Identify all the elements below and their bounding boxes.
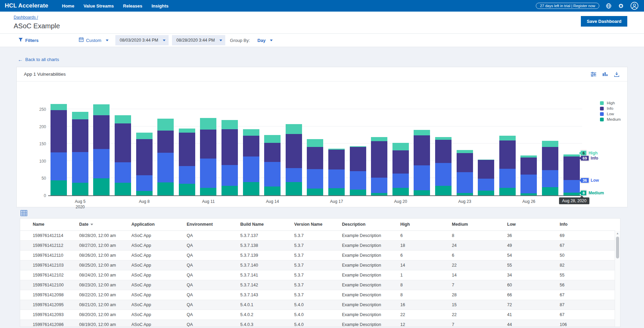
bar-segment-medium[interactable]	[542, 187, 558, 195]
table-view-icon[interactable]	[20, 210, 27, 216]
bar-segment-medium[interactable]	[563, 193, 580, 195]
bar-segment-low[interactable]	[157, 153, 174, 182]
bar-segment-low[interactable]	[51, 152, 67, 181]
bar-segment-high[interactable]	[72, 112, 88, 119]
column-header-high[interactable]: High	[400, 219, 452, 230]
bar-segment-low[interactable]	[435, 163, 452, 186]
table-row[interactable]: 159976141210208/24/20, 12:00 amASoC AppQ…	[20, 270, 615, 280]
column-header-low[interactable]: Low	[507, 219, 560, 230]
table-row[interactable]: 159976141211408/28/20, 12:00 amASoC AppQ…	[20, 230, 615, 240]
bar-segment-medium[interactable]	[243, 182, 259, 195]
bar-segment-info[interactable]	[115, 123, 131, 162]
bar-segment-medium[interactable]	[457, 193, 473, 195]
column-header-version-name[interactable]: Version Name	[294, 219, 342, 230]
gear-icon[interactable]	[618, 3, 624, 9]
bar-aug-17[interactable]	[326, 105, 347, 195]
bar-segment-low[interactable]	[520, 175, 537, 193]
bar-segment-info[interactable]	[179, 133, 195, 166]
bar-segment-low[interactable]	[392, 174, 409, 188]
date-range-preset-dropdown[interactable]: Custom	[79, 37, 109, 43]
nav-item-insights[interactable]: Insights	[152, 3, 169, 9]
bar-segment-info[interactable]	[392, 150, 409, 174]
bar-segment-medium[interactable]	[520, 193, 537, 195]
bar-segment-high[interactable]	[200, 118, 216, 129]
bar-segment-low[interactable]	[136, 175, 153, 191]
column-header-build-name[interactable]: Build Name	[240, 219, 294, 230]
bar-aug-25[interactable]	[497, 105, 518, 195]
bar-segment-medium[interactable]	[179, 184, 195, 195]
bar-segment-medium[interactable]	[392, 188, 409, 195]
bar-aug-9[interactable]	[155, 105, 176, 195]
date-end-input[interactable]: 08/28/2020 3:44 PM	[172, 35, 225, 45]
table-vertical-scrollbar[interactable]: ▲	[615, 231, 620, 327]
user-avatar-icon[interactable]	[630, 2, 639, 10]
bar-segment-info[interactable]	[414, 135, 430, 165]
bar-segment-low[interactable]	[371, 178, 387, 193]
bar-segment-info[interactable]	[371, 141, 387, 178]
bar-segment-high[interactable]	[542, 141, 558, 147]
column-header-medium[interactable]: Medium	[452, 219, 507, 230]
bar-segment-medium[interactable]	[414, 190, 430, 195]
bar-segment-high[interactable]	[243, 129, 259, 136]
legend-item-info[interactable]: Info	[600, 106, 621, 110]
bar-aug-21[interactable]	[411, 105, 433, 195]
bar-segment-medium[interactable]	[435, 186, 452, 195]
bar-aug-11[interactable]	[198, 105, 219, 195]
bar-segment-medium[interactable]	[136, 191, 153, 195]
bar-segment-low[interactable]	[457, 172, 473, 193]
bar-segment-low[interactable]	[115, 162, 131, 183]
download-icon[interactable]	[614, 71, 620, 77]
bar-aug-14[interactable]	[262, 105, 283, 195]
bar-segment-low[interactable]	[93, 149, 110, 178]
bar-segment-info[interactable]	[157, 131, 174, 153]
bar-aug-6[interactable]	[91, 105, 112, 195]
bar-segment-low[interactable]	[414, 165, 430, 190]
nav-item-releases[interactable]: Releases	[123, 3, 142, 9]
bar-segment-low[interactable]	[243, 156, 259, 182]
bar-segment-high[interactable]	[157, 119, 174, 130]
bar-segment-low[interactable]	[350, 171, 366, 190]
bar-segment-info[interactable]	[520, 158, 537, 175]
bar-segment-medium[interactable]	[307, 189, 323, 195]
bar-segment-medium[interactable]	[328, 188, 345, 195]
bar-segment-info[interactable]	[350, 147, 366, 171]
bar-segment-high[interactable]	[264, 135, 281, 143]
bar-aug-15[interactable]	[283, 105, 305, 195]
bar-segment-info[interactable]	[93, 115, 110, 149]
bar-segment-info[interactable]	[328, 150, 345, 169]
bar-aug-7[interactable]	[112, 105, 134, 195]
bar-segment-medium[interactable]	[286, 182, 302, 195]
bar-aug-13[interactable]	[240, 105, 262, 195]
bar-segment-low[interactable]	[563, 180, 580, 192]
bar-segment-medium[interactable]	[200, 188, 216, 195]
bar-aug-5[interactable]	[70, 105, 91, 195]
bar-aug-12[interactable]	[219, 105, 241, 195]
bar-segment-medium[interactable]	[72, 183, 88, 195]
table-row[interactable]: 159976141209308/20/20, 12:00 amASoC AppQ…	[20, 310, 615, 319]
bar-segment-medium[interactable]	[157, 182, 174, 195]
breadcrumb[interactable]: Dashboards /	[14, 15, 38, 20]
trial-badge[interactable]: 27 days left in trial | Register now	[536, 3, 599, 9]
bar-segment-low[interactable]	[499, 169, 516, 188]
bar-segment-high[interactable]	[286, 124, 302, 134]
bar-segment-info[interactable]	[136, 139, 153, 175]
bar-segment-info[interactable]	[286, 134, 302, 168]
globe-icon[interactable]	[606, 3, 612, 9]
bar-segment-info[interactable]	[499, 140, 516, 169]
bar-aug-8[interactable]	[133, 105, 155, 195]
bar-segment-high[interactable]	[93, 104, 110, 115]
bar-segment-high[interactable]	[221, 120, 238, 129]
column-header-date[interactable]: Date	[79, 219, 131, 230]
bar-segment-medium[interactable]	[115, 183, 131, 195]
bar-segment-high[interactable]	[499, 136, 516, 140]
bar-segment-low[interactable]	[200, 159, 216, 188]
bar-segment-high[interactable]	[392, 143, 409, 150]
bar-aug-27[interactable]	[540, 105, 561, 195]
bar-segment-medium[interactable]	[51, 180, 67, 195]
bar-segment-info[interactable]	[478, 160, 494, 179]
bar-segment-info[interactable]	[243, 136, 259, 156]
bar-segment-high[interactable]	[179, 129, 195, 133]
table-row[interactable]: 159976141211008/26/20, 12:00 amASoC AppQ…	[20, 250, 615, 260]
bar-segment-low[interactable]	[328, 169, 345, 188]
bar-segment-info[interactable]	[51, 110, 67, 152]
